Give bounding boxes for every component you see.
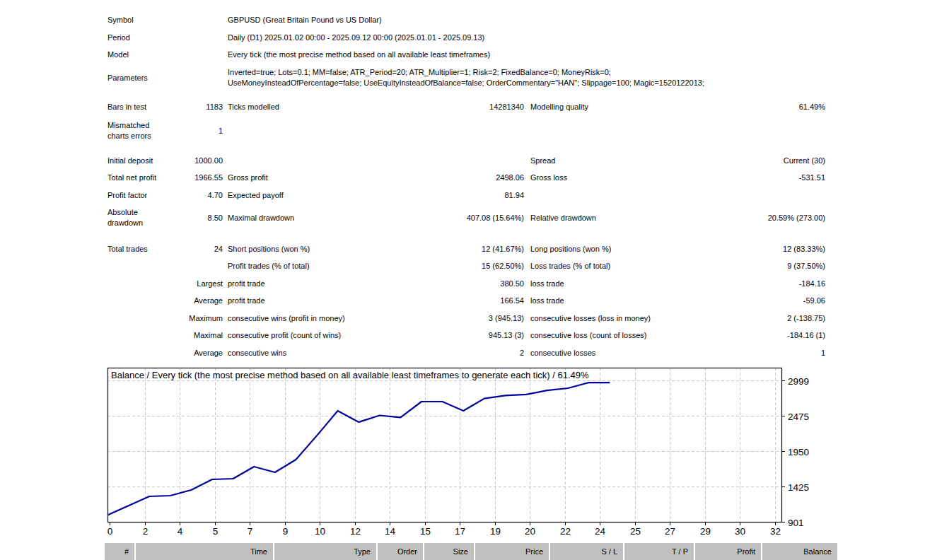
trades-table-header: #TimeTypeOrderSizePriceS / LT / PProfitB… bbox=[105, 543, 837, 560]
x-tick-label: 4 bbox=[178, 526, 183, 537]
x-tick-label: 15 bbox=[420, 526, 431, 537]
trades-header-size: Size bbox=[424, 543, 474, 560]
balance-line bbox=[107, 383, 610, 515]
x-tick-label: 10 bbox=[315, 526, 325, 537]
x-tick-label: 32 bbox=[770, 526, 781, 537]
chart-border bbox=[108, 368, 782, 523]
x-tick-label: 25 bbox=[630, 526, 641, 537]
y-tick-label: 2999 bbox=[788, 376, 809, 387]
trades-header-tp: T / P bbox=[624, 543, 694, 560]
x-tick-label: 17 bbox=[455, 526, 465, 537]
trades-header-balance: Balance bbox=[762, 543, 837, 560]
x-tick-label: 30 bbox=[735, 526, 745, 537]
x-tick-label: 5 bbox=[213, 526, 219, 537]
x-tick-label: 0 bbox=[107, 526, 113, 537]
strategy-tester-report: SymbolGBPUSD (Great Britain Pound vs US … bbox=[0, 0, 925, 560]
x-tick-label: 9 bbox=[283, 526, 289, 537]
trades-header-order: Order bbox=[378, 543, 423, 560]
y-tick-label: 2475 bbox=[788, 412, 809, 422]
x-tick-label: 7 bbox=[248, 526, 253, 537]
trades-header-type: Type bbox=[274, 543, 376, 560]
trades-header-sl: S / L bbox=[550, 543, 623, 560]
y-tick-label: 1425 bbox=[788, 482, 809, 493]
x-tick-label: 29 bbox=[700, 526, 711, 537]
x-tick-label: 2 bbox=[143, 526, 149, 537]
y-tick-label: 901 bbox=[788, 518, 804, 528]
x-tick-label: 22 bbox=[560, 526, 571, 537]
x-tick-label: 27 bbox=[665, 526, 675, 537]
trades-header-price: Price bbox=[475, 543, 549, 560]
balance-chart-svg: 2999247519501425901024579101214151719202… bbox=[0, 0, 925, 544]
x-tick-label: 12 bbox=[350, 526, 361, 537]
trades-header-: # bbox=[105, 543, 134, 560]
x-tick-label: 19 bbox=[490, 526, 501, 537]
trades-header-profit: Profit bbox=[695, 543, 761, 560]
x-tick-label: 24 bbox=[595, 526, 606, 537]
x-tick-label: 14 bbox=[385, 526, 396, 537]
trades-header-time: Time bbox=[136, 543, 273, 560]
y-tick-label: 1950 bbox=[788, 447, 809, 457]
x-tick-label: 20 bbox=[525, 526, 535, 537]
balance-chart: 2999247519501425901024579101214151719202… bbox=[0, 0, 925, 547]
chart-title: Balance / Every tick (the most precise m… bbox=[111, 370, 589, 380]
